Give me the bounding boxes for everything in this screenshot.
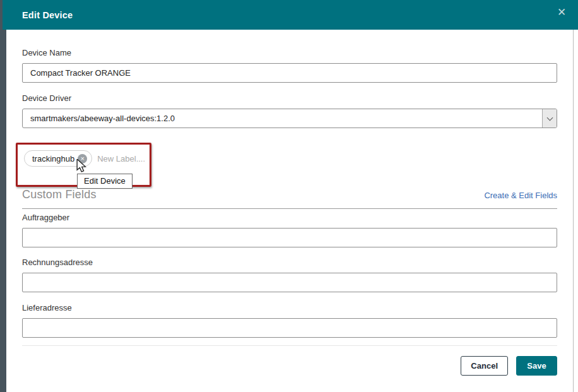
device-name-label: Device Name — [22, 48, 557, 57]
cancel-button[interactable]: Cancel — [461, 356, 508, 376]
new-label-input[interactable] — [97, 154, 144, 163]
modal-footer: Cancel Save — [22, 356, 557, 376]
section-divider — [22, 208, 557, 209]
dimmed-page-background — [0, 0, 6, 392]
edit-device-modal: Device Name Device Driver smartmakers/ab… — [6, 30, 578, 392]
create-edit-fields-link[interactable]: Create & Edit Fields — [484, 191, 557, 200]
device-driver-label: Device Driver — [22, 93, 557, 103]
device-driver-value: smartmakers/abeeway-all-devices:1.2.0 — [23, 114, 542, 123]
custom-field-label-rechnungsadresse: Rechnungsadresse — [22, 258, 557, 267]
save-button[interactable]: Save — [516, 356, 557, 376]
red-annotation-box: trackinghub × Edit Device — [16, 143, 151, 187]
edit-device-tooltip: Edit Device — [77, 174, 133, 189]
custom-fields-heading: Custom Fields — [22, 188, 97, 201]
lieferadresse-input[interactable] — [22, 318, 557, 338]
footer-divider — [22, 345, 557, 346]
modal-header: Edit Device ✕ — [3, 0, 578, 30]
chevron-down-icon — [542, 109, 557, 128]
modal-right-edge — [573, 30, 574, 392]
cursor-icon — [76, 159, 87, 173]
close-icon[interactable]: ✕ — [554, 5, 569, 20]
modal-title: Edit Device — [22, 10, 73, 20]
rechnungsadresse-input[interactable] — [22, 273, 557, 292]
label-tag-text: trackinghub — [32, 154, 74, 163]
device-driver-select[interactable]: smartmakers/abeeway-all-devices:1.2.0 — [22, 109, 557, 128]
custom-field-label-lieferadresse: Lieferadresse — [22, 303, 557, 312]
device-name-input[interactable] — [22, 63, 557, 83]
auftraggeber-input[interactable] — [22, 228, 557, 247]
custom-field-label-auftraggeber: Auftraggeber — [22, 213, 557, 222]
